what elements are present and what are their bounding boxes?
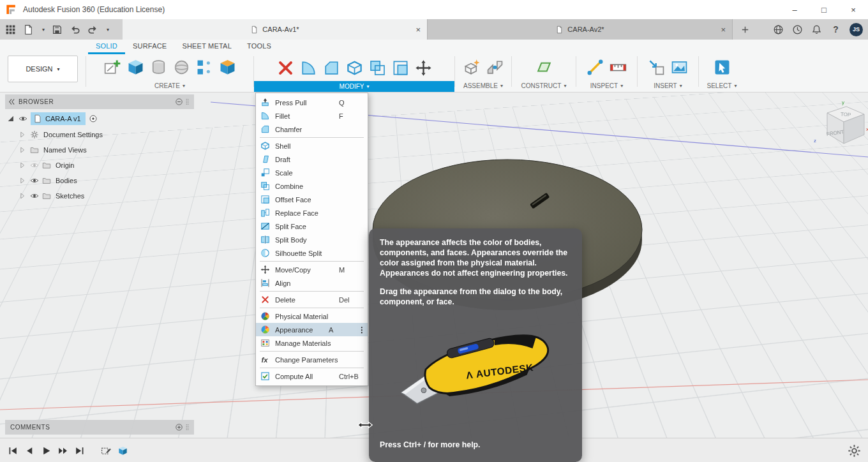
tab-tools[interactable]: TOOLS	[239, 40, 279, 54]
select-group-label[interactable]: SELECT▾	[699, 80, 745, 91]
menu-item-change-parameters[interactable]: fxChange Parameters	[256, 353, 368, 366]
menu-item-move-copy[interactable]: Move/CopyM	[256, 263, 368, 276]
panel-grip-icon[interactable]	[183, 98, 191, 106]
combine-tool-icon[interactable]	[366, 56, 388, 79]
menu-item-physical-material[interactable]: Physical Material	[256, 309, 368, 323]
menu-item-combine[interactable]: Combine	[256, 179, 368, 193]
timeline-play-button[interactable]	[38, 443, 54, 459]
collapse-panel-icon[interactable]	[8, 98, 16, 106]
insert-icon[interactable]	[646, 56, 668, 79]
browser-item-bodies[interactable]: Bodies	[18, 174, 103, 187]
clock-icon[interactable]	[792, 24, 803, 35]
user-avatar[interactable]: JS	[849, 23, 863, 36]
browser-item-named-views[interactable]: Named Views	[18, 143, 103, 156]
create-sketch-icon[interactable]	[101, 56, 123, 79]
insert-group-label[interactable]: INSERT▾	[638, 80, 698, 91]
viewcube-top-label[interactable]: TOP	[841, 111, 851, 117]
expand-arrow-icon[interactable]	[6, 114, 15, 123]
comments-panel-header[interactable]: COMMENTS	[5, 420, 194, 435]
expand-arrow-icon[interactable]	[18, 191, 27, 200]
browser-item-document-settings[interactable]: Document Settings	[18, 128, 103, 141]
timeline-marker-icon[interactable]	[98, 443, 114, 459]
inspect-group-label[interactable]: INSPECT▾	[576, 80, 637, 91]
modify-group-label[interactable]: MODIFY▾	[254, 81, 454, 92]
measure-icon[interactable]	[585, 56, 606, 79]
redo-icon[interactable]	[87, 24, 98, 35]
expand-comments-icon[interactable]	[175, 423, 183, 431]
extrude-icon[interactable]	[124, 56, 146, 79]
menu-item-offset-face[interactable]: Offset Face	[256, 193, 368, 206]
eye-icon[interactable]	[30, 176, 39, 185]
menu-item-scale[interactable]: Scale	[256, 166, 368, 179]
eye-icon[interactable]	[30, 191, 39, 200]
assemble-group-label[interactable]: ASSEMBLE▾	[455, 80, 511, 91]
activate-component-radio-icon[interactable]	[89, 114, 98, 123]
shell-tool-icon[interactable]	[343, 56, 365, 79]
menu-item-fillet[interactable]: FilletF	[256, 109, 368, 123]
ruler-icon[interactable]	[608, 56, 629, 79]
menu-item-align[interactable]: Align	[256, 276, 368, 290]
offset-face-tool-icon[interactable]	[389, 56, 411, 79]
move-copy-tool-icon[interactable]	[412, 56, 434, 79]
tab-solid[interactable]: SOLID	[88, 40, 125, 54]
expand-arrow-icon[interactable]	[18, 130, 27, 139]
timeline-skip-end-button[interactable]	[71, 443, 87, 459]
timeline-group-icon[interactable]	[115, 443, 131, 459]
joint-icon[interactable]	[484, 56, 505, 79]
workspace-selector[interactable]: DESIGN ▾	[8, 56, 78, 82]
menu-item-draft[interactable]: Draft	[256, 153, 368, 166]
menu-item-compute-all[interactable]: Compute AllCtrl+B	[256, 369, 368, 383]
help-icon[interactable]: ?	[830, 24, 841, 35]
panel-grip-icon[interactable]	[183, 423, 191, 431]
timeline-step-back-button[interactable]	[22, 443, 38, 459]
minimize-button[interactable]: –	[780, 0, 809, 19]
menu-item-chamfer[interactable]: Chamfer	[256, 123, 368, 136]
close-tab-icon[interactable]: ×	[415, 25, 421, 34]
document-tab-cara-av2[interactable]: CARA-Av2*×	[428, 19, 733, 40]
settings-gear-icon[interactable]	[846, 443, 862, 458]
menu-item-delete[interactable]: DeleteDel	[256, 293, 368, 306]
menu-item-shell[interactable]: Shell	[256, 139, 368, 153]
browser-item-sketches[interactable]: Sketches	[18, 189, 103, 202]
close-button[interactable]: ×	[839, 0, 868, 19]
delete-tool-icon[interactable]	[274, 56, 296, 79]
primitives-icon[interactable]	[216, 56, 238, 79]
canvas-image-icon[interactable]	[669, 56, 691, 79]
select-tool-icon[interactable]	[711, 56, 733, 79]
expand-arrow-icon[interactable]	[18, 145, 27, 154]
browser-panel-header[interactable]: BROWSER	[5, 94, 194, 109]
minimize-panel-icon[interactable]	[175, 98, 183, 106]
pattern-icon[interactable]	[193, 56, 215, 79]
fillet-tool-icon[interactable]	[297, 56, 319, 79]
menu-item-manage-materials[interactable]: Manage Materials	[256, 336, 368, 350]
cylinder-primitive-icon[interactable]	[147, 56, 169, 79]
notifications-bell-icon[interactable]	[811, 24, 822, 35]
menu-item-silhouette-split[interactable]: Silhouette Split	[256, 246, 368, 260]
app-grid-icon[interactable]	[5, 24, 16, 35]
create-group-label[interactable]: CREATE▾	[86, 80, 253, 91]
browser-item-origin[interactable]: Origin	[18, 158, 103, 172]
construct-group-label[interactable]: CONSTRUCT▾	[512, 80, 576, 91]
overflow-menu-icon[interactable]: ⋮	[358, 325, 363, 334]
chamfer-tool-icon[interactable]	[320, 56, 342, 79]
file-menu-icon[interactable]	[23, 24, 34, 35]
undo-icon[interactable]	[70, 24, 80, 35]
menu-item-appearance[interactable]: AppearanceA⋮	[256, 323, 368, 336]
redo-caret-icon[interactable]: ▾	[107, 27, 109, 33]
new-document-tab-button[interactable]	[737, 22, 753, 37]
construction-plane-icon[interactable]	[533, 56, 555, 79]
menu-item-replace-face[interactable]: Replace Face	[256, 206, 368, 220]
tab-surface[interactable]: SURFACE	[125, 40, 174, 54]
sphere-primitive-icon[interactable]	[170, 56, 192, 79]
new-component-icon[interactable]	[461, 56, 483, 79]
maximize-button[interactable]: □	[809, 0, 839, 19]
save-icon[interactable]	[52, 24, 63, 35]
eye-icon[interactable]	[19, 114, 27, 123]
view-cube[interactable]: TOP FRONT x y z	[812, 99, 868, 154]
tab-sheet-metal[interactable]: SHEET METAL	[174, 40, 239, 54]
expand-arrow-icon[interactable]	[18, 161, 27, 170]
root-component-selected[interactable]: CARA-A v1	[31, 112, 86, 125]
menu-item-split-face[interactable]: Split Face	[256, 220, 368, 233]
expand-arrow-icon[interactable]	[18, 176, 27, 185]
menu-item-press-pull[interactable]: Press PullQ	[256, 96, 368, 109]
